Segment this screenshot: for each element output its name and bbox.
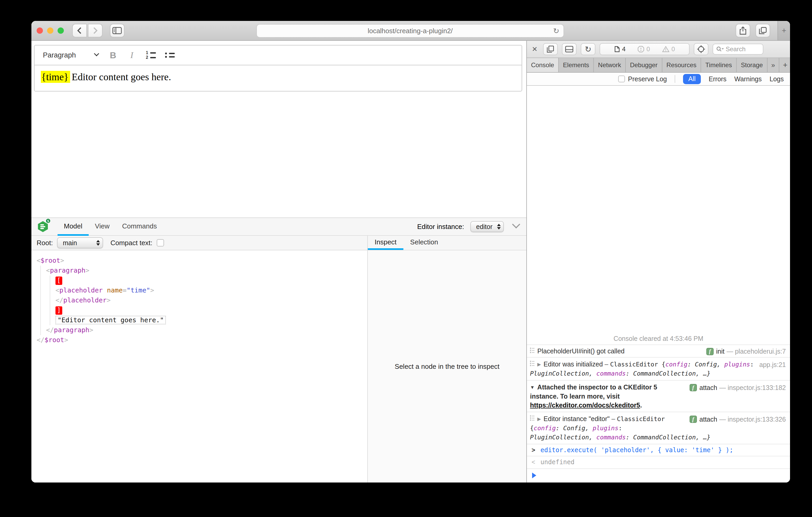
empty-state-message: Select a node in the tree to inspect <box>368 250 526 483</box>
inspector-header-right: Editor instance: editor <box>417 218 519 235</box>
bold-button[interactable]: B <box>105 47 121 63</box>
tree-node-root-open[interactable]: <$root> <box>31 255 367 266</box>
selection-marker-start: [ <box>31 275 367 285</box>
node-inspect-pane: Inspect Selection Select a node in the t… <box>368 236 526 483</box>
tab-inspect[interactable]: Inspect <box>368 236 403 250</box>
disclosure-triangle-open-icon[interactable]: ▼ <box>530 385 535 390</box>
console-executed-command[interactable]: > editor.execute( 'placeholder', { value… <box>527 444 790 456</box>
ckeditor: Paragraph B I 1 2 <box>34 45 522 91</box>
ckeditor-docs-link[interactable]: https://ckeditor.com/docs/ckeditor5 <box>530 401 640 409</box>
tree-node-placeholder-open[interactable]: <placeholdername="time"> <box>31 285 367 295</box>
result-arrow-icon: < <box>531 458 535 466</box>
console-log-row[interactable]: ▶Editor instance "editor" – ClassicEdito… <box>527 412 790 444</box>
reload-page-button[interactable]: ↻ <box>581 43 596 55</box>
placeholder-widget[interactable]: {time} <box>41 71 70 83</box>
address-bar[interactable]: localhost/creating-a-plugin2/ ↻ <box>256 24 564 38</box>
console-log-row[interactable]: PlaceholderUI#init() got called finit— p… <box>527 344 790 357</box>
log-source[interactable]: finit— placeholderui.js:7 <box>706 347 786 355</box>
console-filter-bar: Preserve Log All Errors Warnings Logs <box>527 73 790 86</box>
filter-errors-button[interactable]: Errors <box>709 75 726 83</box>
tree-node-paragraph-close[interactable]: </paragraph> <box>31 325 367 335</box>
preserve-log-label: Preserve Log <box>628 75 667 83</box>
log-item-icon <box>530 360 535 367</box>
tab-overview-button[interactable] <box>755 24 770 37</box>
minimize-window-button[interactable] <box>47 27 53 34</box>
collapse-inspector-icon[interactable] <box>512 220 520 229</box>
disclosure-triangle-icon[interactable]: ▶ <box>537 362 541 367</box>
disclosure-triangle-icon[interactable]: ▶ <box>537 416 541 422</box>
tree-controls: Root: main Compact text: <box>31 236 367 250</box>
close-window-button[interactable] <box>37 27 43 34</box>
editor-instance-select[interactable]: editor <box>470 221 504 232</box>
editor-content[interactable]: {time}Editor content goes here. <box>34 65 522 91</box>
preserve-log-checkbox[interactable] <box>618 75 625 82</box>
back-button[interactable] <box>72 24 87 37</box>
web-inspector: ✕ <box>527 41 790 483</box>
root-select[interactable]: main <box>57 237 103 248</box>
filter-warnings-button[interactable]: Warnings <box>734 75 762 83</box>
tab-storage[interactable]: Storage <box>737 58 767 72</box>
split-pane-icon <box>565 46 573 53</box>
tree-node-placeholder-close[interactable]: </placeholder> <box>31 295 367 305</box>
close-devtools-button[interactable]: ✕ <box>530 45 539 53</box>
more-tabs-button[interactable]: » <box>767 58 779 72</box>
numbered-list-button[interactable]: 1 2 <box>142 47 159 63</box>
devtools-search-input[interactable]: Search <box>713 44 763 55</box>
numbered-list-icon: 1 2 <box>145 51 156 59</box>
filter-all-button[interactable]: All <box>683 74 701 84</box>
filter-logs-button[interactable]: Logs <box>770 75 784 83</box>
console-log-row[interactable]: ▶Editor was initialized – ClassicEditor … <box>527 357 790 380</box>
warning-triangle-icon <box>662 46 669 52</box>
share-button[interactable] <box>735 24 750 37</box>
safari-window: localhost/creating-a-plugin2/ ↻ <box>31 21 790 483</box>
reload-icon: ↻ <box>585 45 591 54</box>
log-source[interactable]: fattach— inspector.js:133:182 <box>690 383 786 392</box>
crosshair-icon <box>697 45 705 53</box>
dock-bottom-button[interactable] <box>562 43 577 55</box>
devtools-toolbar: ✕ <box>527 41 790 58</box>
dock-side-button[interactable] <box>543 43 558 55</box>
tab-console[interactable]: Console <box>527 58 559 72</box>
tab-elements[interactable]: Elements <box>559 58 594 72</box>
italic-button[interactable]: I <box>123 47 140 63</box>
window-controls <box>37 27 64 34</box>
reload-icon[interactable]: ↻ <box>553 27 559 35</box>
nav-buttons <box>72 24 103 37</box>
model-tree-pane: Root: main Compact text: <$root> <box>31 236 368 483</box>
element-picker-button[interactable] <box>694 43 708 55</box>
error-octagon-icon <box>638 46 644 53</box>
zoom-window-button[interactable] <box>58 27 64 34</box>
tree-node-root-close[interactable]: </$root> <box>31 335 367 345</box>
indent-guide <box>50 275 50 325</box>
tab-timelines[interactable]: Timelines <box>701 58 737 72</box>
function-badge-icon: f <box>690 416 697 423</box>
bulleted-list-button[interactable] <box>161 47 178 63</box>
tab-debugger[interactable]: Debugger <box>626 58 662 72</box>
document-icon <box>614 46 620 53</box>
compact-text-checkbox[interactable] <box>157 239 164 246</box>
editor-text: Editor content goes here. <box>72 71 171 82</box>
add-tab-button[interactable]: + <box>779 58 790 72</box>
compact-text-label: Compact text: <box>110 239 152 247</box>
console-log-row[interactable]: ▼Attached the inspector to a CKEditor 5 … <box>527 380 790 412</box>
forward-button[interactable] <box>88 24 103 37</box>
tree-node-text[interactable]: "Editor content goes here." <box>31 315 367 325</box>
prompt-arrow-icon <box>532 473 536 478</box>
tab-network[interactable]: Network <box>594 58 626 72</box>
command-prompt-icon: > <box>531 446 535 454</box>
tree-node-paragraph-open[interactable]: <paragraph> <box>31 266 367 275</box>
tab-commands[interactable]: Commands <box>116 218 163 236</box>
log-source[interactable]: app.js:21 <box>759 360 786 369</box>
tab-resources[interactable]: Resources <box>662 58 701 72</box>
console-result[interactable]: < undefined <box>527 456 790 468</box>
tab-model[interactable]: Model <box>58 218 89 236</box>
paragraph-style-dropdown[interactable]: Paragraph <box>39 47 103 63</box>
resource-summary[interactable]: 4 0 <box>600 43 690 55</box>
tab-selection[interactable]: Selection <box>403 236 445 250</box>
sidebar-toggle-button[interactable] <box>110 24 124 37</box>
console-input[interactable] <box>527 468 790 483</box>
log-source[interactable]: fattach— inspector.js:133:326 <box>690 415 786 424</box>
new-tab-button[interactable]: + <box>778 21 790 40</box>
plus-icon: + <box>782 26 786 35</box>
tab-view[interactable]: View <box>89 218 116 236</box>
